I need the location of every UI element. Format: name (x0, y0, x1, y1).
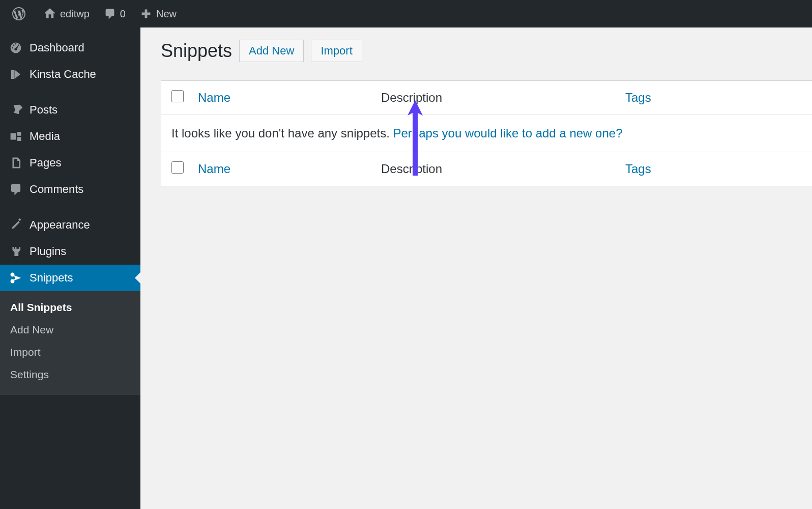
snippets-table: Name Description Tags It looks like you … (161, 80, 812, 186)
select-all-cell-footer (171, 161, 198, 177)
column-tags-footer[interactable]: Tags (625, 162, 651, 176)
sidebar-item-media[interactable]: Media (0, 123, 140, 150)
pages-icon (8, 156, 23, 169)
column-tags[interactable]: Tags (625, 91, 651, 104)
sidebar-item-label: Pages (30, 156, 61, 169)
column-name[interactable]: Name (198, 91, 230, 104)
select-all-checkbox[interactable] (171, 90, 184, 102)
sidebar-item-label: Snippets (30, 271, 73, 285)
comments-link[interactable]: 0 (97, 0, 133, 27)
sidebar-item-appearance[interactable]: Appearance (0, 212, 140, 238)
admin-bar: editwp 0 New (0, 0, 812, 27)
submenu-import[interactable]: Import (0, 341, 140, 363)
kinsta-icon (8, 68, 23, 81)
home-icon (44, 8, 56, 20)
svg-point-0 (11, 273, 15, 277)
table-header-row: Name Description Tags (161, 81, 812, 115)
empty-text: It looks like you don't have any snippet… (171, 126, 393, 140)
select-all-checkbox-footer[interactable] (171, 161, 184, 174)
page-header: Snippets Add New Import (161, 40, 812, 62)
column-name-footer[interactable]: Name (198, 162, 230, 176)
wordpress-icon (12, 7, 25, 20)
media-icon (8, 130, 23, 143)
site-name-link[interactable]: editwp (37, 0, 97, 27)
menu-separator (0, 203, 140, 212)
submenu-add-new[interactable]: Add New (0, 319, 140, 341)
admin-sidebar: Dashboard Kinsta Cache Posts Media Page (0, 27, 140, 509)
page-title: Snippets (161, 40, 232, 62)
column-description-footer: Description (381, 162, 442, 176)
new-content-link[interactable]: New (133, 0, 184, 27)
brush-icon (8, 218, 23, 232)
empty-add-link[interactable]: Perhaps you would like to add a new one? (393, 126, 623, 140)
empty-state-row: It looks like you don't have any snippet… (161, 115, 812, 152)
sidebar-item-label: Appearance (30, 218, 90, 232)
sidebar-item-pages[interactable]: Pages (0, 150, 140, 176)
select-all-cell (171, 90, 198, 105)
sidebar-item-dashboard[interactable]: Dashboard (0, 35, 140, 61)
menu-separator (0, 88, 140, 97)
site-name: editwp (60, 8, 90, 20)
plug-icon (8, 245, 23, 258)
new-label: New (156, 8, 177, 20)
sidebar-item-label: Comments (30, 183, 83, 196)
sidebar-item-kinsta-cache[interactable]: Kinsta Cache (0, 61, 140, 88)
snippets-submenu: All Snippets Add New Import Settings (0, 291, 140, 395)
comment-icon (8, 183, 23, 196)
sidebar-item-label: Posts (30, 103, 57, 117)
wp-logo[interactable] (5, 0, 37, 27)
submenu-all-snippets[interactable]: All Snippets (0, 296, 140, 319)
dashboard-icon (8, 41, 23, 54)
sidebar-item-posts[interactable]: Posts (0, 97, 140, 123)
sidebar-item-label: Kinsta Cache (30, 68, 96, 81)
import-button[interactable]: Import (311, 40, 362, 62)
sidebar-item-plugins[interactable]: Plugins (0, 238, 140, 265)
plus-icon (140, 8, 152, 20)
comments-count: 0 (120, 8, 126, 20)
main-content: Snippets Add New Import Name Description… (140, 27, 812, 509)
sidebar-item-label: Media (30, 130, 60, 143)
add-new-button[interactable]: Add New (239, 40, 304, 62)
sidebar-item-comments[interactable]: Comments (0, 176, 140, 203)
pin-icon (8, 103, 23, 117)
svg-point-1 (11, 279, 15, 284)
scissors-icon (8, 271, 23, 285)
comment-icon (104, 8, 116, 20)
sidebar-item-label: Dashboard (30, 41, 84, 54)
column-description: Description (381, 91, 442, 104)
table-footer-row: Name Description Tags (161, 152, 812, 186)
sidebar-item-label: Plugins (30, 245, 66, 258)
sidebar-item-snippets[interactable]: Snippets (0, 265, 140, 291)
submenu-settings[interactable]: Settings (0, 363, 140, 386)
